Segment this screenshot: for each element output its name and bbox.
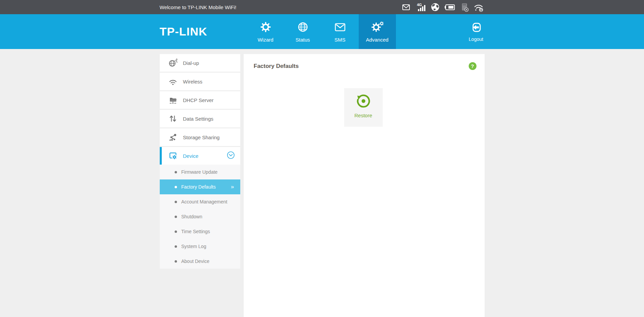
- gear-icon: [260, 21, 272, 34]
- battery-icon: [444, 2, 456, 12]
- logout-icon: [470, 21, 482, 35]
- submenu-item-label: Shutdown: [181, 214, 202, 219]
- signal-4g-icon: 4G: [415, 2, 426, 12]
- submenu-item-label: Firmware Update: [181, 169, 218, 175]
- chevron-down-circle-icon[interactable]: [227, 151, 235, 161]
- welcome-text: Welcome to TP-LINK Mobile WiFi!: [160, 4, 237, 10]
- page-title: Factory Defaults: [254, 63, 299, 70]
- help-button[interactable]: ?: [469, 62, 476, 70]
- sidebar-item-dial-up[interactable]: Dial-up: [160, 54, 240, 72]
- status-bar: Welcome to TP-LINK Mobile WiFi! 4G: [0, 0, 644, 14]
- restore-icon: [355, 92, 372, 110]
- network-folder-icon: [169, 96, 177, 104]
- internet-globe-icon: [430, 2, 440, 12]
- submenu-item-label: Factory Defaults: [181, 184, 216, 190]
- main-nav: TP-LINK: [0, 14, 644, 49]
- sidebar-item-label: Data Settings: [183, 116, 214, 122]
- nav-tab-label: Advanced: [366, 37, 388, 43]
- restore-button[interactable]: Restore: [344, 88, 383, 127]
- nav-menu: Wizard Status: [247, 14, 396, 49]
- submenu-item-system-log[interactable]: System Log: [160, 239, 240, 254]
- submenu-item-firmware-update[interactable]: Firmware Update: [160, 165, 240, 179]
- nav-tab-advanced[interactable]: Advanced: [359, 14, 396, 49]
- envelope-icon: [334, 21, 346, 34]
- sidebar-item-label: Storage Sharing: [183, 135, 220, 140]
- submenu-item-factory-defaults[interactable]: Factory Defaults »: [160, 179, 240, 194]
- nav-tab-label: Status: [295, 37, 310, 43]
- restore-label: Restore: [354, 113, 372, 118]
- bullet-icon: [175, 186, 177, 188]
- sidebar-item-storage-sharing[interactable]: Storage Sharing: [160, 128, 240, 146]
- submenu-item-label: System Log: [181, 244, 206, 249]
- nav-tab-label: SMS: [334, 37, 346, 43]
- device-submenu: Firmware Update Factory Defaults » Accou…: [160, 165, 240, 269]
- bullet-icon: [175, 230, 177, 233]
- logout-button[interactable]: Logout: [464, 14, 488, 49]
- sidebar-item-data-settings[interactable]: Data Settings: [160, 110, 240, 127]
- nav-tab-status[interactable]: Status: [284, 14, 321, 49]
- svg-text:4G: 4G: [417, 3, 422, 7]
- tp-link-logo: TP-LINK: [160, 14, 207, 49]
- submenu-item-shutdown[interactable]: Shutdown: [160, 209, 240, 224]
- submenu-item-label: Account Management: [181, 199, 227, 204]
- status-icons: 4G: [401, 2, 485, 12]
- submenu-item-time-settings[interactable]: Time Settings: [160, 224, 240, 239]
- bullet-icon: [175, 260, 177, 263]
- globe-icon: [297, 21, 309, 34]
- svg-text:1: 1: [480, 8, 482, 12]
- sidebar-item-label: Dial-up: [183, 60, 199, 66]
- sd-card-error-icon: [459, 2, 469, 12]
- dialup-globe-icon: [169, 58, 177, 67]
- nav-tab-wizard[interactable]: Wizard: [247, 14, 284, 49]
- logout-label: Logout: [469, 36, 483, 42]
- nav-tab-label: Wizard: [258, 37, 273, 43]
- bullet-icon: [175, 245, 177, 248]
- double-gear-icon: [371, 21, 383, 34]
- submenu-item-label: About Device: [181, 259, 209, 264]
- sidebar-item-wireless[interactable]: Wireless: [160, 73, 240, 90]
- sidebar-item-label: Wireless: [183, 79, 203, 84]
- wifi-clients-icon: 1: [473, 2, 485, 12]
- submenu-item-account-management[interactable]: Account Management: [160, 194, 240, 209]
- double-chevron-right-icon: »: [231, 184, 234, 190]
- message-icon: [401, 2, 411, 12]
- submenu-item-label: Time Settings: [181, 229, 210, 234]
- sidebar-item-label: DHCP Server: [183, 97, 214, 103]
- content-panel: Factory Defaults ? Restore: [244, 54, 485, 317]
- sidebar: Dial-up Wireless DH: [160, 54, 240, 269]
- submenu-item-about-device[interactable]: About Device: [160, 254, 240, 269]
- sidebar-item-label: Device: [183, 153, 199, 159]
- bullet-icon: [175, 216, 177, 218]
- content-header: Factory Defaults ?: [244, 54, 485, 70]
- sidebar-item-device[interactable]: Device: [160, 147, 240, 165]
- bullet-icon: [175, 171, 177, 173]
- nav-tab-sms[interactable]: SMS: [321, 14, 359, 49]
- wifi-icon: [169, 77, 177, 86]
- bullet-icon: [175, 201, 177, 203]
- share-icon: [169, 133, 177, 142]
- sidebar-item-dhcp-server[interactable]: DHCP Server: [160, 91, 240, 109]
- device-gear-icon: [169, 151, 177, 160]
- up-down-arrows-icon: [169, 114, 177, 123]
